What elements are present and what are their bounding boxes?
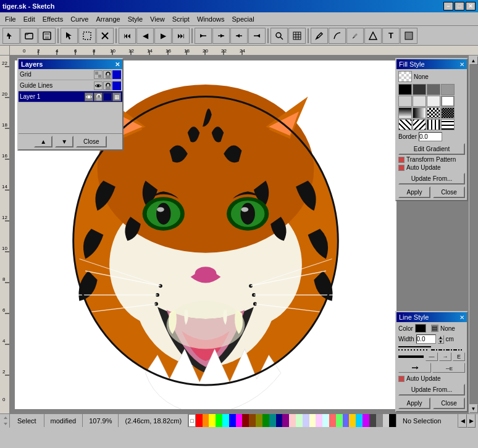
- line-sample-wide[interactable]: [398, 355, 424, 359]
- palette-color-yellow[interactable]: [209, 414, 216, 427]
- tool-move-start[interactable]: [195, 28, 212, 44]
- line-sample-dashdot[interactable]: [431, 349, 462, 351]
- fill-swatch-stripe1[interactable]: [427, 119, 440, 130]
- fill-swatch-gray[interactable]: [427, 84, 440, 95]
- layers-delete-btn[interactable]: ▼: [55, 136, 73, 147]
- tool-pen[interactable]: [311, 28, 328, 44]
- palette-color-lavender[interactable]: [316, 414, 322, 427]
- palette-color-periwinkle[interactable]: [343, 414, 350, 427]
- fill-swatch-white[interactable]: [441, 96, 455, 107]
- tool-shape[interactable]: [364, 28, 382, 44]
- palette-scroll-right[interactable]: ▶: [467, 414, 476, 428]
- palette-color-darkred[interactable]: [242, 414, 249, 427]
- scroll-up-btn[interactable]: ▲: [469, 56, 478, 65]
- tool-grid[interactable]: [288, 28, 306, 44]
- palette-color-green[interactable]: [216, 414, 222, 427]
- tool-prev[interactable]: ◀: [136, 28, 154, 44]
- line-apply-btn[interactable]: Apply: [398, 397, 430, 409]
- fill-none-swatch[interactable]: [398, 71, 412, 82]
- line-update-from-btn[interactable]: Update From...: [398, 384, 465, 396]
- maximize-button[interactable]: □: [455, 2, 464, 10]
- line-end-arrow[interactable]: →: [439, 352, 451, 361]
- palette-color-lime[interactable]: [336, 414, 343, 427]
- menu-edit[interactable]: Edit: [20, 14, 39, 24]
- palette-color-teal[interactable]: [269, 414, 276, 427]
- menu-style[interactable]: Style: [124, 14, 146, 24]
- fill-swatch-pattern1[interactable]: [427, 107, 440, 118]
- menu-file[interactable]: File: [1, 14, 20, 24]
- fill-swatch-ltgray[interactable]: [441, 84, 455, 95]
- menu-special[interactable]: Special: [229, 14, 258, 24]
- tool-delete[interactable]: [96, 28, 114, 44]
- line-style-solid[interactable]: [398, 346, 431, 347]
- fill-update-from-btn[interactable]: Update From...: [398, 173, 465, 185]
- grid-lock-icon[interactable]: [103, 70, 112, 79]
- line-end-circle[interactable]: E: [453, 352, 465, 361]
- tool-zoom[interactable]: [270, 28, 288, 44]
- layers-close-btn[interactable]: ✕: [115, 61, 120, 68]
- palette-color-gold[interactable]: [349, 414, 356, 427]
- tool-move-back[interactable]: [212, 28, 230, 44]
- tool-select-rect[interactable]: [78, 28, 96, 44]
- palette-color-blue[interactable]: [229, 414, 236, 427]
- palette-color-black[interactable]: [389, 414, 396, 427]
- fill-close-btn[interactable]: Close: [433, 186, 465, 198]
- fill-swatch-silver[interactable]: [398, 96, 412, 107]
- fill-swatch-lightest[interactable]: [427, 96, 440, 107]
- menu-curve[interactable]: Curve: [67, 14, 92, 24]
- tool-extra[interactable]: [400, 28, 417, 44]
- palette-color-olive[interactable]: [256, 414, 262, 427]
- guide-eye-icon[interactable]: [94, 81, 103, 90]
- close-window-button[interactable]: ✕: [466, 2, 476, 10]
- tool-back[interactable]: ⏮: [119, 28, 136, 44]
- fill-swatch-pattern2[interactable]: [441, 107, 455, 118]
- fill-swatch-black[interactable]: [398, 84, 412, 95]
- tool-save[interactable]: [38, 28, 56, 44]
- fill-swatch-hatch2[interactable]: [413, 119, 426, 130]
- fill-transform-label[interactable]: Transform Pattern: [406, 156, 456, 163]
- layers-row-grid[interactable]: Grid: [19, 69, 122, 80]
- palette-color-purple[interactable]: [282, 414, 289, 427]
- grid-visibility-icon[interactable]: [94, 70, 103, 79]
- menu-view[interactable]: View: [146, 14, 169, 24]
- palette-color-darkgray[interactable]: [369, 414, 376, 427]
- palette-color-darkgreen[interactable]: [262, 414, 269, 427]
- fill-apply-btn[interactable]: Apply: [398, 186, 430, 198]
- tool-bezier[interactable]: [329, 28, 346, 44]
- fill-swatch-hatch1[interactable]: [398, 119, 412, 130]
- tool-open[interactable]: [20, 28, 38, 44]
- palette-color-silver[interactable]: [383, 414, 390, 427]
- line-arrow-btn2[interactable]: ─E: [432, 363, 465, 373]
- palette-color-orange[interactable]: [203, 414, 209, 427]
- palette-color-lightgreen[interactable]: [296, 414, 303, 427]
- line-sample-dotted[interactable]: [398, 349, 429, 351]
- line-width-down[interactable]: ▼: [438, 339, 444, 344]
- palette-color-lightblue[interactable]: [303, 414, 309, 427]
- fill-style-close-icon[interactable]: ✕: [459, 61, 464, 68]
- line-color-box[interactable]: [415, 324, 426, 333]
- minimize-button[interactable]: −: [443, 2, 453, 10]
- palette-color-darkblue[interactable]: [276, 414, 283, 427]
- fill-swatch-stripe2[interactable]: [441, 119, 455, 130]
- tool-next-node[interactable]: ▶: [154, 28, 172, 44]
- status-resize-left[interactable]: [2, 414, 10, 428]
- palette-color-lightcyan[interactable]: [322, 414, 329, 427]
- tool-move-fwd[interactable]: [230, 28, 248, 44]
- palette-color-skyblue[interactable]: [356, 414, 363, 427]
- line-close-btn[interactable]: Close: [433, 397, 465, 409]
- palette-color-pink[interactable]: [289, 414, 296, 427]
- layers-new-btn[interactable]: ▲: [34, 136, 52, 147]
- layers-row-guide[interactable]: Guide Lines: [19, 80, 122, 91]
- line-width-up[interactable]: ▲: [438, 335, 444, 339]
- fill-swatch-grad1[interactable]: [398, 107, 412, 118]
- layer1-eye-icon[interactable]: [85, 93, 93, 101]
- color-white-swatch[interactable]: □: [188, 414, 196, 427]
- line-width-input[interactable]: [416, 334, 436, 344]
- fill-border-input[interactable]: [419, 132, 442, 141]
- layers-close-btn2[interactable]: Close: [76, 136, 107, 147]
- palette-color-magenta[interactable]: [236, 414, 243, 427]
- fill-swatch-grad2[interactable]: [413, 107, 426, 118]
- line-arrow-btn1[interactable]: [398, 363, 431, 373]
- palette-scroll-left[interactable]: ◀: [458, 414, 467, 428]
- palette-color-red[interactable]: [196, 414, 203, 427]
